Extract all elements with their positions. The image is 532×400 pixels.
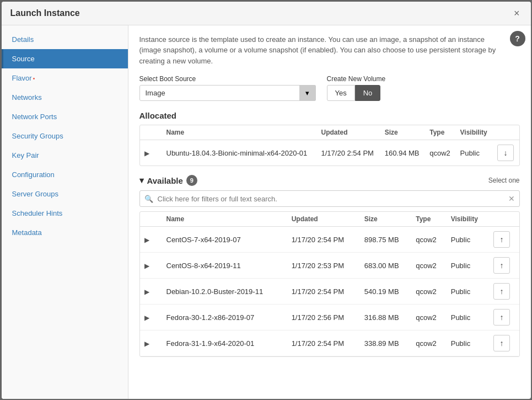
available-row-visibility: Public <box>447 279 489 305</box>
available-row-name: CentOS-7-x64-2019-07 <box>162 227 287 253</box>
available-row-updated: 1/17/20 2:56 PM <box>287 305 360 330</box>
allocated-table-container: Name Updated Size Type Visibility ▶ Ubu <box>139 125 520 166</box>
available-table-container: Name Updated Size Type Visibility ▶ Cen <box>139 211 520 357</box>
available-action-button[interactable]: ↑ <box>493 335 510 351</box>
allocated-col-visibility: Visibility <box>456 125 493 140</box>
available-row-name: Debian-10.2.0-Buster-2019-11 <box>162 279 287 305</box>
expand-allocated-row[interactable]: ▶ <box>144 150 149 157</box>
available-row-size: 316.88 MB <box>360 305 412 330</box>
available-row-type: qcow2 <box>411 305 447 330</box>
available-row-updated: 1/17/20 2:54 PM <box>287 227 360 253</box>
allocated-col-name <box>140 125 162 140</box>
sidebar-item-server-groups[interactable]: Server Groups <box>2 184 128 204</box>
available-row-size: 683.00 MB <box>360 253 412 279</box>
available-row-type: qcow2 <box>411 330 447 356</box>
boot-source-select-wrapper: ImageSnapshotVolumeVolume Snapshot ▾ <box>139 85 316 101</box>
available-table-row: ▶ CentOS-8-x64-2019-11 1/17/20 2:53 PM 6… <box>140 253 519 279</box>
allocated-header-row: Name Updated Size Type Visibility <box>140 125 519 140</box>
available-table-row: ▶ Fedora-31-1.9-x64-2020-01 1/17/20 2:54… <box>140 330 519 356</box>
create-volume-label: Create New Volume <box>327 75 386 83</box>
sidebar-item-security-groups[interactable]: Security Groups <box>2 126 128 146</box>
create-volume-no[interactable]: No <box>355 85 381 101</box>
available-title-text: Available <box>147 176 183 185</box>
boot-source-form: Select Boot Source ImageSnapshotVolumeVo… <box>139 75 520 101</box>
available-col-type: Type <box>411 212 447 227</box>
available-row-type: qcow2 <box>411 253 447 279</box>
available-row-updated: 1/17/20 2:54 PM <box>287 330 360 356</box>
allocated-col-size: Size <box>380 125 426 140</box>
boot-source-label: Select Boot Source <box>139 75 316 83</box>
clear-search-button[interactable]: ✕ <box>504 191 519 206</box>
available-row-size: 540.19 MB <box>360 279 412 305</box>
create-volume-toggle: Yes No <box>327 85 386 101</box>
search-input[interactable] <box>158 191 504 206</box>
help-button[interactable]: ? <box>510 31 525 46</box>
allocated-action-button[interactable]: ↓ <box>497 145 514 161</box>
available-action-button[interactable]: ↑ <box>493 283 510 300</box>
available-row-type: qcow2 <box>411 227 447 253</box>
sidebar-item-flavor[interactable]: Flavor• <box>2 68 128 88</box>
boot-source-select[interactable]: ImageSnapshotVolumeVolume Snapshot <box>139 85 316 101</box>
available-col-updated: Updated <box>287 212 360 227</box>
available-col-size: Size <box>360 212 412 227</box>
available-title-toggle[interactable]: ▾ Available 9 <box>139 175 197 186</box>
available-row-size: 338.89 MB <box>360 330 412 356</box>
available-col-action <box>489 212 519 227</box>
sidebar-item-networks[interactable]: Networks <box>2 88 128 107</box>
create-volume-yes[interactable]: Yes <box>327 85 355 101</box>
required-indicator: • <box>33 76 35 82</box>
available-table-row: ▶ CentOS-7-x64-2019-07 1/17/20 2:54 PM 8… <box>140 227 519 253</box>
close-button[interactable]: × <box>512 8 522 18</box>
available-row-visibility: Public <box>447 330 489 356</box>
allocated-col-updated: Updated <box>317 125 380 140</box>
sidebar-item-source[interactable]: Source <box>2 49 128 68</box>
available-row-updated: 1/17/20 2:54 PM <box>287 279 360 305</box>
chevron-down-icon: ▾ <box>139 175 144 185</box>
available-action-button[interactable]: ↑ <box>493 309 510 326</box>
boot-source-group: Select Boot Source ImageSnapshotVolumeVo… <box>139 75 316 101</box>
modal-body: DetailsSourceFlavor•NetworksNetwork Port… <box>2 25 531 399</box>
available-row-updated: 1/17/20 2:53 PM <box>287 253 360 279</box>
allocated-row-type: qcow2 <box>425 140 455 166</box>
sidebar-item-configuration[interactable]: Configuration <box>2 165 128 184</box>
expand-available-row[interactable]: ▶ <box>144 340 149 348</box>
allocated-row-updated: 1/17/20 2:54 PM <box>317 140 380 166</box>
available-row-name: Fedora-31-1.9-x64-2020-01 <box>162 330 287 356</box>
available-row-visibility: Public <box>447 305 489 330</box>
search-bar: 🔍 ✕ <box>139 190 520 207</box>
available-section: ▾ Available 9 Select one 🔍 ✕ <box>139 175 520 357</box>
main-content: ? Instance source is the template used t… <box>128 25 531 399</box>
allocated-table: Name Updated Size Type Visibility ▶ Ubu <box>140 125 519 166</box>
available-row-name: CentOS-8-x64-2019-11 <box>162 253 287 279</box>
available-row-visibility: Public <box>447 227 489 253</box>
available-row-type: qcow2 <box>411 279 447 305</box>
select-one-label: Select one <box>488 177 520 184</box>
sidebar: DetailsSourceFlavor•NetworksNetwork Port… <box>2 25 128 399</box>
sidebar-item-details[interactable]: Details <box>2 30 128 49</box>
modal-header: Launch Instance × <box>2 2 531 25</box>
create-volume-group: Create New Volume Yes No <box>327 75 386 101</box>
sidebar-item-key-pair[interactable]: Key Pair <box>2 146 128 165</box>
expand-available-row[interactable]: ▶ <box>144 262 149 270</box>
available-action-button[interactable]: ↑ <box>493 231 510 248</box>
sidebar-item-metadata[interactable]: Metadata <box>2 223 128 242</box>
available-col-visibility: Visibility <box>447 212 489 227</box>
search-icon: 🔍 <box>140 191 158 206</box>
expand-available-row[interactable]: ▶ <box>144 288 149 296</box>
source-description: Instance source is the template used to … <box>139 34 503 67</box>
available-action-button[interactable]: ↑ <box>493 257 510 274</box>
allocated-row-name: Ubuntu-18.04.3-Bionic-minimal-x64-2020-0… <box>162 140 317 166</box>
expand-available-row[interactable]: ▶ <box>144 236 149 244</box>
allocated-col-type: Type <box>425 125 455 140</box>
allocated-section: Allocated Name Updated Size Type Vi <box>139 111 520 166</box>
allocated-row-size: 160.94 MB <box>380 140 426 166</box>
available-table: Name Updated Size Type Visibility ▶ Cen <box>140 212 519 356</box>
expand-available-row[interactable]: ▶ <box>144 314 149 322</box>
modal-title: Launch Instance <box>10 8 80 18</box>
question-icon: ? <box>515 34 520 43</box>
available-row-name: Fedora-30-1.2-x86-2019-07 <box>162 305 287 330</box>
sidebar-item-scheduler-hints[interactable]: Scheduler Hints <box>2 204 128 223</box>
sidebar-item-network-ports[interactable]: Network Ports <box>2 107 128 126</box>
available-col-expand <box>140 212 162 227</box>
available-row-visibility: Public <box>447 253 489 279</box>
